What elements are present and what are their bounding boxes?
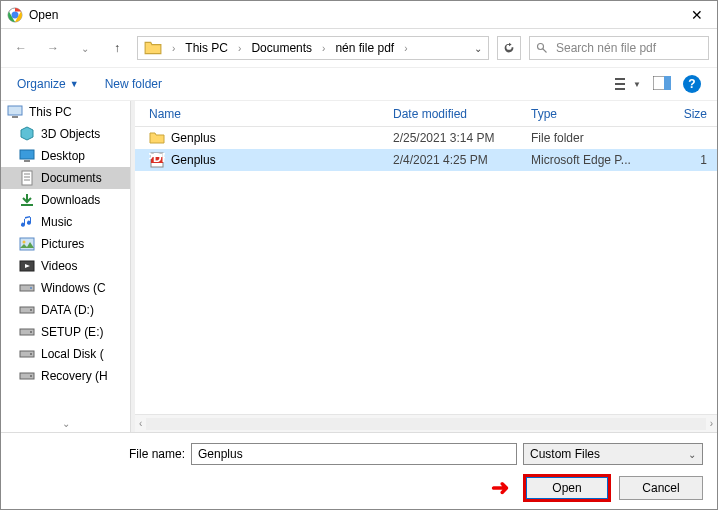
svg-point-23	[30, 309, 32, 311]
sidebar-item-windows-c[interactable]: Windows (C	[1, 277, 130, 299]
chevron-right-icon: ›	[232, 43, 247, 54]
scroll-right-icon[interactable]: ›	[710, 418, 713, 429]
sidebar-item-downloads[interactable]: Downloads	[1, 189, 130, 211]
drive-icon	[19, 280, 35, 296]
window-title: Open	[29, 8, 58, 22]
toolbar: Organize ▼ New folder ▼ ?	[1, 67, 717, 101]
svg-rect-11	[20, 150, 34, 159]
refresh-button[interactable]	[497, 36, 521, 60]
navbar: ← → ⌄ ↑ › This PC › Documents › nén file…	[1, 29, 717, 67]
file-row[interactable]: PDFGenplus 2/4/2021 4:25 PM Microsoft Ed…	[135, 149, 717, 171]
search-icon	[536, 42, 548, 54]
breadcrumb-part[interactable]: This PC	[181, 39, 232, 57]
svg-line-3	[543, 49, 547, 53]
svg-rect-4	[615, 78, 625, 80]
scroll-left-icon[interactable]: ‹	[139, 418, 142, 429]
downloads-icon	[19, 192, 35, 208]
svg-point-29	[30, 375, 32, 377]
sidebar-scroll-down[interactable]: ⌄	[1, 414, 130, 432]
cancel-button[interactable]: Cancel	[619, 476, 703, 500]
filename-input[interactable]	[191, 443, 517, 465]
svg-point-18	[23, 241, 26, 244]
sidebar-item-documents[interactable]: Documents	[1, 167, 130, 189]
thispc-icon	[7, 104, 23, 120]
sidebar-item-pictures[interactable]: Pictures	[1, 233, 130, 255]
breadcrumb[interactable]: › This PC › Documents › nén file pdf › ⌄	[137, 36, 489, 60]
pdf-icon: PDF	[149, 152, 165, 168]
header-date[interactable]: Date modified	[393, 107, 531, 121]
header-size[interactable]: Size	[637, 107, 717, 121]
svg-point-2	[538, 44, 544, 50]
sidebar-item-data-d[interactable]: DATA (D:)	[1, 299, 130, 321]
help-button[interactable]: ?	[683, 75, 701, 93]
horizontal-scrollbar[interactable]: ‹ ›	[135, 414, 717, 432]
sidebar-item-music[interactable]: Music	[1, 211, 130, 233]
svg-rect-6	[615, 88, 625, 90]
sidebar-item-setup-e[interactable]: SETUP (E:)	[1, 321, 130, 343]
drive-icon	[19, 302, 35, 318]
breadcrumb-part[interactable]: nén file pdf	[331, 39, 398, 57]
svg-text:PDF: PDF	[149, 152, 165, 165]
svg-rect-5	[615, 83, 625, 85]
desktop-icon	[19, 148, 35, 164]
sidebar-item-desktop[interactable]: Desktop	[1, 145, 130, 167]
app-icon	[7, 7, 23, 23]
documents-icon	[19, 170, 35, 186]
chevron-down-icon: ▼	[633, 80, 641, 89]
svg-rect-9	[8, 106, 22, 115]
preview-pane-button[interactable]	[653, 76, 671, 93]
chevron-right-icon: ›	[166, 43, 181, 54]
column-headers: Name Date modified Type Size	[135, 101, 717, 127]
organize-button[interactable]: Organize ▼	[17, 77, 79, 91]
view-options-button[interactable]: ▼	[615, 77, 641, 91]
new-folder-button[interactable]: New folder	[105, 77, 162, 91]
breadcrumb-dropdown[interactable]: ⌄	[474, 43, 482, 54]
svg-point-1	[12, 11, 19, 18]
filename-label: File name:	[15, 447, 185, 461]
chevron-right-icon: ›	[316, 43, 331, 54]
pictures-icon	[19, 236, 35, 252]
videos-icon	[19, 258, 35, 274]
svg-rect-10	[12, 116, 18, 118]
file-row[interactable]: Genplus 2/25/2021 3:14 PM File folder	[135, 127, 717, 149]
filetype-dropdown[interactable]: Custom Files ⌄	[523, 443, 703, 465]
svg-rect-12	[24, 160, 30, 162]
file-list: Name Date modified Type Size Genplus 2/2…	[135, 101, 717, 432]
header-name[interactable]: Name	[135, 107, 393, 121]
folder-icon	[144, 39, 162, 57]
sidebar-root-thispc[interactable]: This PC	[1, 101, 130, 123]
open-button[interactable]: Open	[525, 476, 609, 500]
sidebar-item-recovery-h[interactable]: Recovery (H	[1, 365, 130, 387]
main-area: This PC 3D Objects Desktop Documents Dow…	[1, 101, 717, 432]
sidebar-item-localdisk[interactable]: Local Disk (	[1, 343, 130, 365]
forward-button[interactable]: →	[41, 36, 65, 60]
drive-icon	[19, 368, 35, 384]
sidebar-item-videos[interactable]: Videos	[1, 255, 130, 277]
annotation-arrow: ➜	[491, 475, 509, 501]
back-button[interactable]: ←	[9, 36, 33, 60]
file-rows: Genplus 2/25/2021 3:14 PM File folder PD…	[135, 127, 717, 414]
header-type[interactable]: Type	[531, 107, 637, 121]
svg-rect-13	[22, 171, 32, 185]
3dobjects-icon	[19, 126, 35, 142]
sidebar-item-3dobjects[interactable]: 3D Objects	[1, 123, 130, 145]
breadcrumb-part[interactable]: Documents	[247, 39, 316, 57]
svg-point-27	[30, 353, 32, 355]
search-placeholder: Search nén file pdf	[556, 41, 656, 55]
sidebar: This PC 3D Objects Desktop Documents Dow…	[1, 101, 131, 432]
recent-dropdown[interactable]: ⌄	[73, 36, 97, 60]
drive-icon	[19, 324, 35, 340]
chevron-down-icon: ▼	[70, 79, 79, 89]
svg-point-25	[30, 331, 32, 333]
drive-icon	[19, 346, 35, 362]
search-input[interactable]: Search nén file pdf	[529, 36, 709, 60]
bottom-panel: File name: Custom Files ⌄ ➜ Open Cancel	[1, 432, 717, 509]
close-button[interactable]: ✕	[683, 5, 711, 25]
titlebar: Open ✕	[1, 1, 717, 29]
chevron-right-icon: ›	[398, 43, 413, 54]
svg-rect-8	[664, 76, 671, 90]
chevron-down-icon: ⌄	[688, 449, 696, 460]
music-icon	[19, 214, 35, 230]
svg-rect-17	[20, 238, 34, 250]
up-button[interactable]: ↑	[105, 36, 129, 60]
